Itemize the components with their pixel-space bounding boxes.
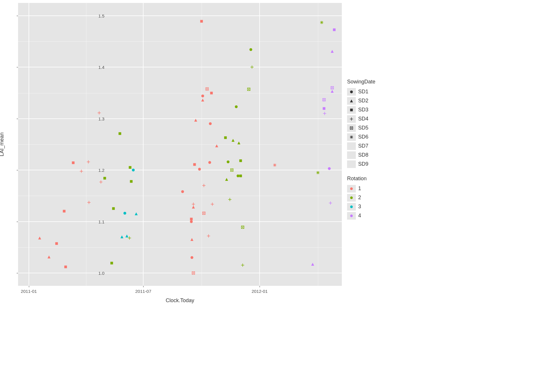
data-point xyxy=(332,28,336,32)
svg-point-129 xyxy=(350,205,353,208)
svg-rect-117 xyxy=(350,108,353,111)
svg-marker-34 xyxy=(192,206,195,209)
legend-color-item: 1 xyxy=(347,184,375,193)
data-point xyxy=(330,50,334,53)
data-point xyxy=(38,236,41,240)
legend-shape-item: SD7 xyxy=(347,141,375,150)
svg-rect-19 xyxy=(118,132,121,135)
data-point xyxy=(99,180,103,184)
svg-marker-116 xyxy=(350,99,353,102)
svg-marker-22 xyxy=(125,235,128,237)
svg-line-89 xyxy=(274,164,276,166)
chart: LAI_mean Clock.Today SowingDate SD1SD2SD… xyxy=(0,0,432,308)
y-axis-title: LAI_mean xyxy=(0,132,5,156)
svg-rect-110 xyxy=(331,86,334,89)
legend-color-item: 2 xyxy=(347,193,375,202)
data-point xyxy=(236,174,240,178)
svg-point-21 xyxy=(124,212,127,215)
data-point xyxy=(311,262,314,266)
data-point xyxy=(128,166,132,169)
svg-point-72 xyxy=(237,174,240,177)
data-point xyxy=(55,242,58,245)
legend-label: 1 xyxy=(358,186,361,192)
data-point xyxy=(209,122,212,125)
svg-rect-16 xyxy=(103,177,106,180)
svg-point-56 xyxy=(208,161,211,164)
data-point xyxy=(247,88,251,91)
data-point xyxy=(125,234,129,238)
data-point xyxy=(71,161,75,164)
x-tick-label: 2011-01 xyxy=(21,289,37,294)
svg-rect-2 xyxy=(55,242,58,245)
data-point xyxy=(225,178,228,181)
svg-rect-74 xyxy=(239,160,242,162)
data-point xyxy=(320,21,323,24)
x-axis-title: Clock.Today xyxy=(166,298,194,304)
data-point xyxy=(190,238,194,241)
svg-rect-101 xyxy=(323,98,326,101)
data-point xyxy=(128,236,131,240)
legend-label: SD4 xyxy=(358,116,368,122)
y-tick-label: 1.2 xyxy=(90,168,104,173)
svg-line-53 xyxy=(206,88,209,90)
data-point xyxy=(322,98,326,102)
data-point xyxy=(87,160,90,164)
svg-rect-5 xyxy=(72,162,74,164)
data-point xyxy=(273,163,276,167)
y-tick-label: 1.3 xyxy=(90,116,104,121)
svg-marker-91 xyxy=(311,263,314,266)
svg-line-112 xyxy=(331,86,334,89)
data-point xyxy=(47,255,51,259)
svg-rect-4 xyxy=(64,265,67,268)
svg-point-71 xyxy=(235,105,238,108)
legend-swatch xyxy=(347,97,356,105)
legend-swatch xyxy=(347,88,356,96)
legend-label: 2 xyxy=(358,195,361,201)
svg-marker-41 xyxy=(194,119,197,122)
legend-shape-item: SD4 xyxy=(347,114,375,123)
data-point xyxy=(123,211,127,215)
svg-line-98 xyxy=(320,21,323,24)
svg-rect-81 xyxy=(248,88,250,91)
data-point xyxy=(205,87,209,91)
svg-line-102 xyxy=(323,98,326,101)
svg-marker-33 xyxy=(190,238,193,241)
svg-line-82 xyxy=(248,88,250,91)
data-point xyxy=(235,105,238,108)
legend-swatch xyxy=(347,160,356,168)
data-point xyxy=(215,144,218,148)
svg-rect-25 xyxy=(129,166,131,169)
data-point xyxy=(237,141,241,145)
svg-point-29 xyxy=(181,190,184,193)
data-point xyxy=(208,161,211,164)
legend-label: SD1 xyxy=(358,89,368,95)
data-point xyxy=(249,48,253,51)
data-point xyxy=(192,205,195,209)
svg-line-48 xyxy=(203,212,205,215)
data-point xyxy=(207,234,210,238)
y-tick-label: 1.0 xyxy=(90,270,104,275)
svg-marker-113 xyxy=(331,50,334,53)
svg-line-79 xyxy=(241,226,244,228)
legend-label: SD7 xyxy=(358,143,368,149)
legend-swatch xyxy=(347,124,356,132)
legend-swatch xyxy=(347,115,356,123)
legend-color-item: 4 xyxy=(347,211,375,220)
data-point xyxy=(211,202,214,206)
data-point xyxy=(190,217,193,221)
svg-rect-78 xyxy=(241,226,244,228)
data-point xyxy=(64,265,67,269)
legend-shape-item: SD3 xyxy=(347,105,375,114)
data-point xyxy=(130,180,133,183)
data-point xyxy=(241,263,244,267)
svg-rect-100 xyxy=(323,107,326,110)
svg-line-47 xyxy=(203,212,205,215)
data-point xyxy=(330,86,334,90)
svg-rect-51 xyxy=(206,88,209,90)
svg-marker-28 xyxy=(135,212,138,215)
svg-line-90 xyxy=(274,164,276,166)
legend-swatch xyxy=(347,194,356,202)
legend-swatch xyxy=(347,185,356,192)
legend-label: SD6 xyxy=(358,134,368,140)
y-tick-label: 1.1 xyxy=(90,219,104,224)
